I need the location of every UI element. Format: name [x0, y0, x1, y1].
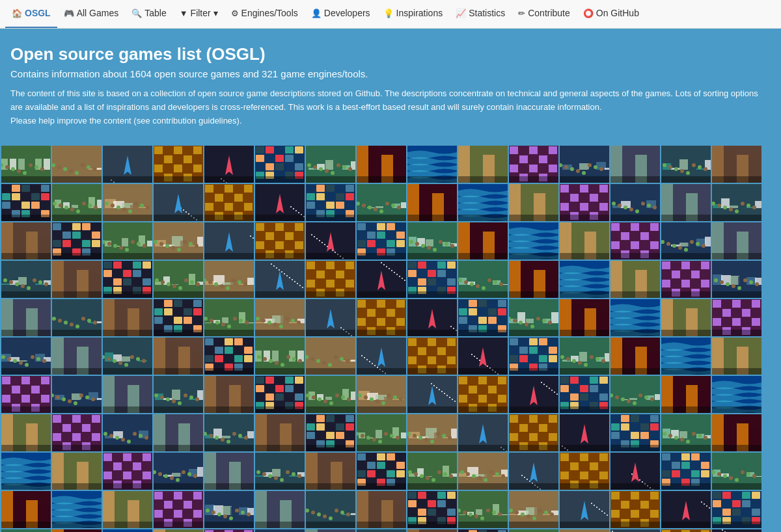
nav-contribute[interactable]: ✏ Contribute	[512, 0, 577, 29]
game-thumb[interactable]	[661, 491, 711, 528]
game-thumb[interactable]	[407, 529, 457, 532]
game-thumb[interactable]	[103, 338, 152, 375]
game-thumb[interactable]	[306, 146, 355, 183]
game-thumb[interactable]	[407, 184, 457, 221]
game-thumb[interactable]	[407, 491, 457, 528]
game-thumb[interactable]	[560, 299, 609, 336]
game-thumb[interactable]	[407, 222, 457, 259]
game-thumb[interactable]	[610, 261, 660, 298]
game-thumb[interactable]	[712, 453, 761, 490]
game-thumb[interactable]	[255, 222, 305, 259]
game-thumb[interactable]	[661, 261, 711, 298]
game-thumb[interactable]	[1, 376, 51, 413]
game-thumb[interactable]	[255, 491, 305, 528]
game-thumb[interactable]	[560, 414, 609, 451]
game-thumb[interactable]	[712, 222, 761, 259]
game-thumb[interactable]	[712, 414, 761, 451]
game-thumb[interactable]	[509, 338, 558, 375]
game-thumb[interactable]	[52, 261, 102, 298]
game-thumb[interactable]	[154, 414, 203, 451]
nav-all-games[interactable]: 🎮 All Games	[57, 0, 126, 29]
game-thumb[interactable]	[560, 338, 609, 375]
game-thumb[interactable]	[52, 529, 102, 532]
game-thumb[interactable]	[712, 376, 761, 413]
game-thumb[interactable]	[357, 376, 406, 413]
game-thumb[interactable]	[509, 299, 558, 336]
game-thumb[interactable]	[154, 338, 203, 375]
game-thumb[interactable]	[1, 414, 51, 451]
game-thumb[interactable]	[509, 184, 558, 221]
game-thumb[interactable]	[1, 261, 51, 298]
game-thumb[interactable]	[610, 338, 660, 375]
game-thumb[interactable]	[407, 376, 457, 413]
nav-engines[interactable]: ⚙ Engines/Tools	[225, 0, 305, 29]
nav-inspirations[interactable]: 💡 Inspirations	[377, 0, 450, 29]
game-thumb[interactable]	[1, 529, 51, 532]
game-thumb[interactable]	[458, 491, 508, 528]
game-thumb[interactable]	[154, 299, 203, 336]
game-thumb[interactable]	[204, 299, 254, 336]
game-thumb[interactable]	[509, 222, 558, 259]
game-thumb[interactable]	[357, 222, 406, 259]
game-thumb[interactable]	[52, 184, 102, 221]
game-thumb[interactable]	[610, 491, 660, 528]
game-thumb[interactable]	[255, 453, 305, 490]
game-thumb[interactable]	[407, 299, 457, 336]
game-thumb[interactable]	[509, 376, 558, 413]
nav-statistics[interactable]: 📈 Statistics	[449, 0, 512, 29]
game-thumb[interactable]	[509, 146, 558, 183]
game-thumb[interactable]	[255, 146, 305, 183]
game-thumb[interactable]	[52, 299, 102, 336]
game-thumb[interactable]	[407, 146, 457, 183]
game-thumb[interactable]	[154, 376, 203, 413]
game-thumb[interactable]	[52, 491, 102, 528]
game-thumb[interactable]	[204, 414, 254, 451]
game-thumb[interactable]	[458, 184, 508, 221]
game-thumb[interactable]	[509, 453, 558, 490]
game-thumb[interactable]	[255, 414, 305, 451]
game-thumb[interactable]	[1, 338, 51, 375]
game-thumb[interactable]	[560, 261, 609, 298]
game-thumb[interactable]	[661, 529, 711, 532]
game-thumb[interactable]	[357, 261, 406, 298]
game-thumb[interactable]	[255, 261, 305, 298]
nav-filter[interactable]: ▼ Filter ▾	[173, 0, 225, 29]
game-thumb[interactable]	[255, 529, 305, 532]
nav-osgl[interactable]: 🏠 OSGL	[5, 0, 57, 29]
game-thumb[interactable]	[560, 453, 609, 490]
game-thumb[interactable]	[306, 338, 355, 375]
nav-github[interactable]: ⭕ On GitHub	[577, 0, 646, 29]
game-thumb[interactable]	[103, 184, 152, 221]
game-thumb[interactable]	[458, 376, 508, 413]
game-thumb[interactable]	[1, 222, 51, 259]
game-thumb[interactable]	[1, 491, 51, 528]
game-thumb[interactable]	[712, 491, 761, 528]
game-thumb[interactable]	[52, 453, 102, 490]
game-thumb[interactable]	[560, 529, 609, 532]
game-thumb[interactable]	[255, 338, 305, 375]
game-thumb[interactable]	[204, 222, 254, 259]
game-thumb[interactable]	[661, 184, 711, 221]
game-thumb[interactable]	[610, 146, 660, 183]
game-thumb[interactable]	[458, 222, 508, 259]
game-thumb[interactable]	[103, 261, 152, 298]
game-thumb[interactable]	[204, 146, 254, 183]
game-thumb[interactable]	[52, 222, 102, 259]
game-thumb[interactable]	[154, 529, 203, 532]
game-thumb[interactable]	[306, 184, 355, 221]
game-thumb[interactable]	[52, 146, 102, 183]
game-thumb[interactable]	[103, 376, 152, 413]
game-thumb[interactable]	[154, 261, 203, 298]
game-thumb[interactable]	[509, 529, 558, 532]
game-thumb[interactable]	[407, 261, 457, 298]
game-thumb[interactable]	[712, 338, 761, 375]
game-thumb[interactable]	[407, 338, 457, 375]
game-thumb[interactable]	[357, 338, 406, 375]
game-thumb[interactable]	[357, 299, 406, 336]
game-thumb[interactable]	[560, 491, 609, 528]
game-thumb[interactable]	[407, 453, 457, 490]
game-thumb[interactable]	[154, 453, 203, 490]
game-thumb[interactable]	[560, 376, 609, 413]
game-thumb[interactable]	[306, 261, 355, 298]
game-thumb[interactable]	[204, 338, 254, 375]
